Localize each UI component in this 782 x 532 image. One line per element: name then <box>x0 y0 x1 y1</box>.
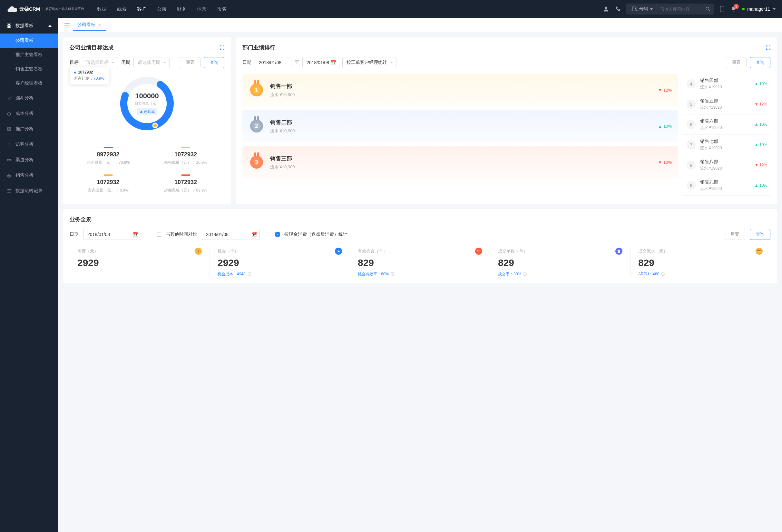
sidebar-icon: ▽ <box>6 96 11 101</box>
compare-label: 与其他时间对比 <box>166 232 197 237</box>
stat-cell: 1072932应完成量（元）|8.9% <box>70 170 147 198</box>
compare-checkbox[interactable] <box>157 232 161 237</box>
help-icon[interactable]: ⓘ <box>661 272 665 277</box>
mobile-icon[interactable] <box>719 6 724 12</box>
sidebar-item[interactable]: ▽漏斗分析 <box>0 90 58 106</box>
sidebar-item[interactable]: ◎销售分析 <box>0 168 58 183</box>
date-label: 日期 <box>70 232 79 237</box>
topnav-item[interactable]: 客户 <box>137 6 147 12</box>
reset-button[interactable]: 重置 <box>724 229 745 240</box>
svg-rect-5 <box>7 26 9 28</box>
goal-card: 公司业绩目标达成 目标 请选择目标 周期 请选择周期 重置 查询 <box>63 37 231 204</box>
search-button[interactable] <box>702 6 714 11</box>
expand-icon[interactable] <box>220 45 224 50</box>
sidebar-sub-item[interactable]: 公司看板 <box>0 34 58 48</box>
brand-subtitle: 教育机构一站式服务云平台 <box>42 7 84 11</box>
rank-row[interactable]: 9销售九部流水 ¥19020▲ 10% <box>683 175 771 196</box>
sidebar-item[interactable]: ⚯渠道分析 <box>0 152 58 168</box>
rank-row[interactable]: 4销售四部流水 ¥19020▲ 10% <box>683 74 771 94</box>
reset-button[interactable]: 重置 <box>180 57 201 68</box>
phone-icon[interactable] <box>615 6 620 12</box>
overview-cell: 成交流水（元）💳829ARPU：¥80 ⓘ <box>631 248 771 277</box>
query-button[interactable]: 查询 <box>750 57 771 68</box>
donut-label: 目标总量（元） <box>135 101 159 106</box>
sidebar-item[interactable]: ◷成本分析 <box>0 106 58 121</box>
help-icon[interactable]: ⓘ <box>248 272 251 277</box>
dashboard-icon <box>6 23 11 28</box>
search-type-select[interactable]: 手机号码 <box>626 4 657 14</box>
tabbar: 公司看板 ✕ <box>58 18 782 32</box>
notification-badge: 5 <box>734 4 739 9</box>
rank-top-item[interactable]: 3销售三部流水 ¥10,900▼12% <box>242 146 678 178</box>
sidebar-sub-item[interactable]: 客户经理看板 <box>0 76 58 90</box>
tab-company-dashboard[interactable]: 公司看板 ✕ <box>73 20 106 31</box>
period-select[interactable]: 请选择周期 <box>134 57 170 68</box>
sidebar-item[interactable]: ♘访客分析 <box>0 137 58 152</box>
target-select[interactable]: 请选择目标 <box>82 57 118 68</box>
sidebar-item[interactable]: ☑推广分析 <box>0 121 58 137</box>
metric-icon: 📋 <box>615 248 623 255</box>
menu-icon <box>65 23 70 27</box>
cash-checkbox[interactable]: ✓ <box>275 232 280 237</box>
svg-point-2 <box>722 11 722 11</box>
target-label: 目标 <box>70 60 79 66</box>
calendar-icon: 📅 <box>133 232 138 237</box>
metric-icon: 🛡 <box>475 248 482 255</box>
help-icon[interactable]: ⓘ <box>523 272 527 277</box>
date-input[interactable]: 2018/01/08📅 <box>83 229 141 240</box>
period-label: 周期 <box>121 60 130 66</box>
svg-point-0 <box>706 7 709 10</box>
sidebar-sub-item[interactable]: 推广主管看板 <box>0 48 58 62</box>
topnav-item[interactable]: 运营 <box>197 6 207 12</box>
logo-icon <box>6 4 17 13</box>
query-button[interactable]: 查询 <box>750 229 771 240</box>
user-menu[interactable]: manager11 <box>742 6 776 11</box>
close-icon[interactable]: ✕ <box>98 23 101 27</box>
rank-row[interactable]: 6销售六部流水 ¥19020▲ 10% <box>683 114 771 135</box>
help-icon[interactable]: ⓘ <box>391 272 395 277</box>
main-area: 公司看板 ✕ 公司业绩目标达成 目标 请选择目标 周期 请选择周期 <box>58 18 782 532</box>
search-input[interactable] <box>657 7 702 11</box>
calendar-icon: 📅 <box>251 232 257 237</box>
collapse-sidebar-button[interactable] <box>62 23 72 27</box>
logo[interactable]: 云朵CRM 教育机构一站式服务云平台 <box>6 4 84 13</box>
expand-icon[interactable] <box>766 45 771 50</box>
topnav-item[interactable]: 财务 <box>177 6 187 12</box>
query-button[interactable]: 查询 <box>204 57 224 68</box>
date-label: 日期 <box>242 60 251 66</box>
sidebar-icon: ◎ <box>6 173 11 178</box>
mode-select[interactable]: 按工单客户经理统计 <box>342 57 396 68</box>
donut-badge: 已达成 <box>137 108 157 115</box>
thumbs-up-icon <box>140 110 143 113</box>
overview-cell: 机会（个）➤2929机会成本：¥948 ⓘ <box>210 248 350 277</box>
topnav-item[interactable]: 线索 <box>117 6 127 12</box>
reset-button[interactable]: 重置 <box>726 57 747 68</box>
medal-icon: 1 <box>249 81 264 99</box>
compare-date-input[interactable]: 2018/01/08📅 <box>202 229 260 240</box>
rank-row[interactable]: 7销售七部流水 ¥19020▲ 10% <box>683 135 771 155</box>
date-from-input[interactable]: 2018/01/08 <box>255 57 291 68</box>
sidebar-item[interactable]: ☰数据流转记录 <box>0 183 58 199</box>
rank-top-item[interactable]: 2销售二部流水 ¥10,900▲10% <box>242 110 678 142</box>
brand-name: 云朵CRM <box>19 6 40 12</box>
rank-top-item[interactable]: 1销售一部流水 ¥10,900▼12% <box>242 74 678 106</box>
sidebar: 数据看板 公司看板推广主管看板销售主管看板客户经理看板 ▽漏斗分析◷成本分析☑推… <box>0 18 58 532</box>
calendar-icon: 📅 <box>331 60 336 65</box>
ranking-card: 部门业绩排行 日期 2018/01/08 至 2018/01/08📅 按工单客户… <box>236 37 777 204</box>
stat-cell: 1072932未完成量（元）|20.9% <box>147 142 224 170</box>
sidebar-icon: ☑ <box>6 127 11 132</box>
sidebar-sub-item[interactable]: 销售主管看板 <box>0 62 58 76</box>
notification-bell[interactable]: 5 <box>731 6 736 12</box>
sidebar-group-dashboard[interactable]: 数据看板 <box>0 18 58 34</box>
topnav-item[interactable]: 报名 <box>217 6 226 12</box>
rank-row[interactable]: 8销售八部流水 ¥19020▼ 12% <box>683 155 771 175</box>
overview-card: 业务全景 日期 2018/01/08📅 与其他时间对比 2018/01/08📅 … <box>63 209 777 283</box>
date-to-input[interactable]: 2018/01/08📅 <box>303 57 339 68</box>
overview-title: 业务全景 <box>70 216 92 223</box>
person-icon[interactable] <box>603 6 609 12</box>
topnav-item[interactable]: 公海 <box>157 6 167 12</box>
user-name: manager11 <box>747 6 770 11</box>
topnav-item[interactable]: 数据 <box>97 6 107 12</box>
overview-cell: 有效机会（个）🛡829机会有效率：80% ⓘ <box>350 248 490 277</box>
rank-row[interactable]: 5销售五部流水 ¥19020▼ 12% <box>683 94 771 114</box>
